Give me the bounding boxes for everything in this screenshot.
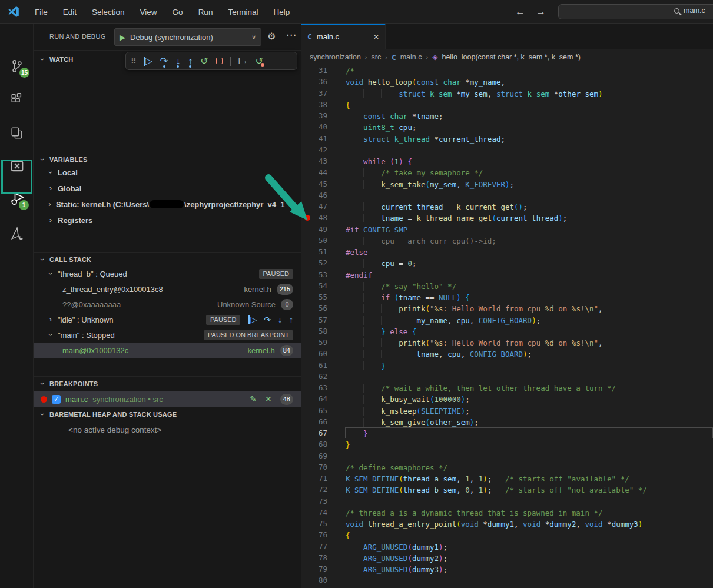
thread-row-idle[interactable]: › "idle" : Unknown PAUSED ▷ ↷ ↓ ↑ xyxy=(34,312,301,327)
edit-breakpoint-icon[interactable]: ✎ xyxy=(250,394,257,404)
code-line-49[interactable]: 49#if CONFIG_SMP xyxy=(301,224,713,235)
code-line-55[interactable]: 55 if (tname == NULL) { xyxy=(301,291,713,303)
variables-scope-static[interactable]: › Static: kernel.h (C:\Users\\zephyrproj… xyxy=(34,197,301,212)
breakpoint-checkbox[interactable]: ✓ xyxy=(52,395,61,404)
thread-row-thread-b[interactable]: › "thread_b" : Queued PAUSED xyxy=(34,266,301,281)
code-line-60[interactable]: 60 tname, cpu, CONFIG_BOARD); xyxy=(301,348,713,359)
breadcrumb-folder[interactable]: synchronization xyxy=(310,53,361,61)
code-line-61[interactable]: 61 } xyxy=(301,360,713,371)
menu-item-edit[interactable]: Edit xyxy=(55,4,84,20)
step-out-button[interactable]: ↑ xyxy=(188,57,193,66)
sidebar-item-pages[interactable] xyxy=(0,118,34,147)
gear-icon[interactable]: ⚙ xyxy=(267,31,276,42)
code-line-62[interactable]: 62 xyxy=(301,371,713,382)
code-line-76[interactable]: 76{ xyxy=(301,529,713,540)
code-line-74[interactable]: 74/* thread_a is a dynamic thread that i… xyxy=(301,507,713,518)
code-line-77[interactable]: 77 ARG_UNUSED(dummy1); xyxy=(301,541,713,552)
command-center-search[interactable]: main.c xyxy=(558,4,713,19)
code-line-57[interactable]: 57 my_name, cpu, CONFIG_BOARD); xyxy=(301,314,713,325)
more-actions-icon[interactable]: ⋯ xyxy=(286,29,296,41)
section-call-stack[interactable]: › CALL STACK xyxy=(34,252,301,267)
sidebar-item-source-control[interactable]: 15 xyxy=(0,52,34,81)
code-line-72[interactable]: 72K_SEM_DEFINE(thread_b_sem, 0, 1); /* s… xyxy=(301,484,713,495)
menu-item-help[interactable]: Help xyxy=(266,4,297,20)
drag-handle-icon[interactable]: ⠿ xyxy=(131,57,136,65)
stack-frame-row[interactable]: z_thread_entry@0x100013c8 kernel.h 215 xyxy=(34,281,301,297)
restart-button[interactable]: ↺ xyxy=(200,57,208,66)
menu-item-file[interactable]: File xyxy=(27,4,55,20)
section-breakpoints[interactable]: › BREAKPOINTS xyxy=(34,376,301,391)
code-line-39[interactable]: 39 const char *tname; xyxy=(301,110,713,121)
code-line-70[interactable]: 70/* define semaphores */ xyxy=(301,461,713,473)
sidebar-item-extensions[interactable] xyxy=(0,84,34,114)
tab-main-c[interactable]: C main.c ✕ xyxy=(301,24,386,49)
code-line-50[interactable]: 50 cpu = arch_curr_cpu()->id; xyxy=(301,235,713,246)
menu-item-view[interactable]: View xyxy=(132,4,165,20)
continue-button[interactable]: ▷ xyxy=(144,57,152,66)
code-line-67[interactable]: 67 } xyxy=(301,427,713,438)
close-icon[interactable]: ✕ xyxy=(373,33,379,41)
reset-device-button[interactable]: ↺ xyxy=(256,57,263,66)
code-line-45[interactable]: 45 k_sem_take(my_sem, K_FOREVER); xyxy=(301,178,713,190)
code-line-63[interactable]: 63 /* wait a while, then let other threa… xyxy=(301,382,713,393)
continue-icon[interactable]: ▷ xyxy=(248,315,257,324)
code-line-54[interactable]: 54 /* say "hello" */ xyxy=(301,280,713,291)
launch-config-dropdown[interactable]: ▶ Debug (synchronization) ∨ xyxy=(114,28,261,46)
breadcrumb-file[interactable]: main.c xyxy=(400,53,422,61)
step-over-icon[interactable]: ↷ xyxy=(264,315,271,324)
code-line-65[interactable]: 65 k_msleep(SLEEPTIME); xyxy=(301,405,713,416)
code-line-73[interactable]: 73 xyxy=(301,496,713,507)
variables-scope-global[interactable]: › Global xyxy=(34,181,301,196)
step-over-button[interactable]: ↷ xyxy=(160,57,168,66)
code-line-69[interactable]: 69 xyxy=(301,450,713,461)
code-line-79[interactable]: 79 ARG_UNUSED(dummy3); xyxy=(301,563,713,574)
code-line-64[interactable]: 64 k_busy_wait(100000); xyxy=(301,393,713,404)
code-line-68[interactable]: 68} xyxy=(301,438,713,450)
code-line-52[interactable]: 52 cpu = 0; xyxy=(301,257,713,268)
code-line-66[interactable]: 66 k_sem_give(other_sem); xyxy=(301,416,713,427)
nav-forward-icon[interactable]: → xyxy=(536,6,546,18)
menu-item-go[interactable]: Go xyxy=(165,4,191,20)
code-line-43[interactable]: 43 while (1) { xyxy=(301,155,713,167)
breakpoint-row[interactable]: ✓ main.c synchronization • src ✎ ✕ 48 xyxy=(34,391,301,407)
step-into-icon[interactable]: ↓ xyxy=(278,315,282,324)
code-line-59[interactable]: 59 printk("%s: Hello World from cpu %d o… xyxy=(301,337,713,348)
code-line-56[interactable]: 56 printk("%s: Hello World from cpu %d o… xyxy=(301,303,713,314)
step-out-icon[interactable]: ↑ xyxy=(289,315,293,324)
variables-scope-local[interactable]: › Local xyxy=(34,165,301,180)
code-line-80[interactable]: 80 xyxy=(301,574,713,586)
start-debug-icon[interactable]: ▶ xyxy=(120,33,125,42)
remove-breakpoint-icon[interactable]: ✕ xyxy=(265,394,272,404)
nav-back-icon[interactable]: ← xyxy=(515,6,525,18)
code-line-75[interactable]: 75void thread_a_entry_point(void *dummy1… xyxy=(301,518,713,529)
code-line-48[interactable]: 48 tname = k_thread_name_get(current_thr… xyxy=(301,212,713,223)
code-line-42[interactable]: 42 xyxy=(301,144,713,155)
code-line-47[interactable]: 47 current_thread = k_current_get(); xyxy=(301,201,713,212)
code-line-31[interactable]: 31/* xyxy=(301,65,713,76)
breadcrumb-symbol[interactable]: hello_loop(const char *, k_sem *, k_sem … xyxy=(442,53,581,61)
code-line-41[interactable]: 41 struct k_thread *current_thread; xyxy=(301,133,713,144)
stack-frame-row[interactable]: ??@0xaaaaaaaa Unknown Source 0 xyxy=(34,297,301,312)
code-line-36[interactable]: 36void hello_loop(const char *my_name, xyxy=(301,76,713,87)
variables-scope-registers[interactable]: › Registers xyxy=(34,212,301,228)
sidebar-item-cmake[interactable] xyxy=(0,219,34,248)
thread-row-main[interactable]: › "main" : Stopped PAUSED ON BREAKPOINT xyxy=(34,327,301,343)
menu-item-selection[interactable]: Selection xyxy=(84,4,132,20)
stack-frame-row-selected[interactable]: main@0x1000132c kernel.h 84 xyxy=(34,343,301,358)
code-line-78[interactable]: 78 ARG_UNUSED(dummy2); xyxy=(301,552,713,563)
code-lines[interactable]: 31/*36void hello_loop(const char *my_nam… xyxy=(301,65,713,588)
step-into-button[interactable]: ↓ xyxy=(175,57,180,66)
code-line-58[interactable]: 58 } else { xyxy=(301,325,713,337)
menu-item-run[interactable]: Run xyxy=(191,4,221,20)
menu-item-terminal[interactable]: Terminal xyxy=(220,4,266,20)
stop-button[interactable] xyxy=(216,58,223,64)
code-line-38[interactable]: 38{ xyxy=(301,99,713,110)
section-baremetal[interactable]: › BAREMETAL HEAP AND STACK USAGE xyxy=(34,407,301,421)
code-line-40[interactable]: 40 uint8_t cpu; xyxy=(301,121,713,132)
breadcrumb-subfolder[interactable]: src xyxy=(372,53,382,61)
code-line-81[interactable]: 81 /* invoke routine to ping-pong hello … xyxy=(301,586,713,588)
code-line-46[interactable]: 46 xyxy=(301,190,713,201)
code-line-71[interactable]: 71K_SEM_DEFINE(thread_a_sem, 1, 1); /* s… xyxy=(301,473,713,484)
code-line-44[interactable]: 44 /* take my semaphore */ xyxy=(301,167,713,178)
code-line-53[interactable]: 53#endif xyxy=(301,269,713,280)
